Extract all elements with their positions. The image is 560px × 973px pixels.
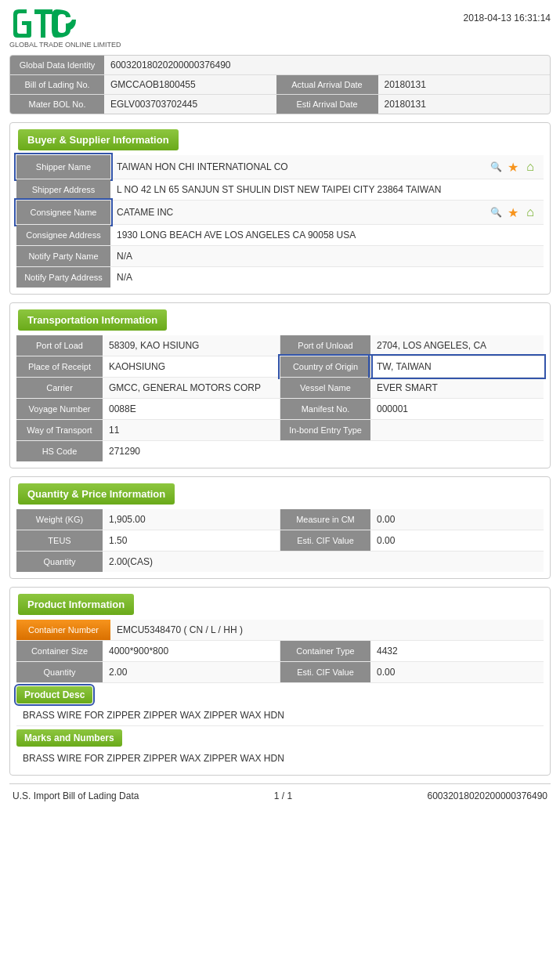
country-origin-label: Country of Origin [280,356,370,377]
inbond-col: In-bond Entry Type [280,420,544,440]
container-number-value: EMCU5348470 ( CN / L / HH ) [110,620,544,640]
prod-cif-value: 0.00 [370,662,544,682]
home-icon-2[interactable]: ⌂ [523,205,537,219]
container-number-row: Container Number EMCU5348470 ( CN / L / … [16,620,544,641]
transport-inbond-row: Way of Transport 11 In-bond Entry Type [16,420,544,441]
esti-arrival-label: Esti Arrival Date [276,95,378,114]
identity-section: Global Data Identity 6003201802020000037… [9,55,551,114]
notify-party-address-value: N/A [110,267,544,288]
logo-text: GLOBAL TRADE ONLINE LIMITED [9,41,121,49]
teus-value: 1.50 [103,530,280,551]
container-size-label: Container Size [16,641,103,661]
weight-value: 1,905.00 [103,509,280,530]
container-size-type-row: Container Size 4000*900*800 Container Ty… [16,641,544,662]
place-receipt-label: Place of Receipt [16,356,103,377]
consignee-address-value: 1930 LONG BEACH AVE LOS ANGELES CA 90058… [110,225,544,245]
port-unload-col: Port of Unload 2704, LOS ANGELES, CA [280,335,544,356]
quantity-row: Quantity 2.00(CAS) [16,552,544,572]
notify-party-address-row: Notify Party Address N/A [16,267,544,288]
footer-left: U.S. Import Bill of Lading Data [13,790,139,801]
teus-col: TEUS 1.50 [16,530,280,551]
measure-value: 0.00 [370,509,544,530]
port-load-col: Port of Load 58309, KAO HSIUNG [16,335,280,356]
way-transport-value: 11 [103,420,280,440]
product-desc-value: BRASS WIRE FOR ZIPPER ZIPPER WAX ZIPPER … [16,705,544,726]
carrier-vessel-row: Carrier GMCC, GENERAL MOTORS CORP Vessel… [16,378,544,399]
product-info-title: Product Information [18,594,134,615]
measure-label: Measure in CM [280,509,370,530]
port-load-label: Port of Load [16,335,103,356]
teus-cif-row: TEUS 1.50 Esti. CIF Value 0.00 [16,530,544,552]
way-transport-label: Way of Transport [16,420,103,440]
notify-party-name-row: Notify Party Name N/A [16,246,544,267]
quantity-label: Quantity [16,552,103,572]
quantity-price-title: Quantity & Price Information [18,483,175,505]
manifest-col: Manifest No. 000001 [280,399,544,419]
shipper-address-value: L NO 42 LN 65 SANJUN ST SHULIN DIST NEW … [110,179,544,200]
voyage-col: Voyage Number 0088E [16,399,280,419]
home-icon[interactable]: ⌂ [523,160,537,174]
star-icon[interactable]: ★ [506,160,520,174]
notify-party-address-label: Notify Party Address [16,267,110,288]
shipper-name-row: Shipper Name TAIWAN HON CHI INTERNATIONA… [16,155,544,179]
container-type-col: Container Type 4432 [280,641,544,661]
hs-code-row: HS Code 271290 [16,441,544,461]
prod-cif-col: Esti. CIF Value 0.00 [280,662,544,682]
shipper-address-label: Shipper Address [16,179,110,200]
port-unload-value: 2704, LOS ANGELES, CA [370,335,544,356]
voyage-value: 0088E [103,399,280,419]
consignee-name-icons: 🔍 ★ ⌂ [489,205,537,219]
teus-label: TEUS [16,530,103,551]
way-transport-col: Way of Transport 11 [16,420,280,440]
notify-party-name-label: Notify Party Name [16,246,110,266]
search-icon[interactable]: 🔍 [489,160,503,174]
prod-qty-cif-row: Quantity 2.00 Esti. CIF Value 0.00 [16,662,544,683]
identity-row: Global Data Identity 6003201802020000037… [10,56,550,75]
shipper-name-label: Shipper Name [16,155,110,179]
manifest-value: 000001 [370,399,544,419]
shipper-name-icons: 🔍 ★ ⌂ [489,160,537,174]
consignee-name-row: Consignee Name CATAME INC 🔍 ★ ⌂ [16,201,544,225]
inbond-label: In-bond Entry Type [280,420,370,440]
port-row: Port of Load 58309, KAO HSIUNG Port of U… [16,335,544,356]
consignee-name-value: CATAME INC 🔍 ★ ⌂ [110,201,544,224]
actual-arrival-label: Actual Arrival Date [276,75,378,94]
master-bol-row: Mater BOL No. EGLV003703702445 Esti Arri… [10,95,550,114]
transportation-section: Transportation Information Port of Load … [9,302,551,468]
consignee-address-row: Consignee Address 1930 LONG BEACH AVE LO… [16,225,544,246]
identity-value: 60032018020200000376490 [104,56,550,74]
bill-lading-value: GMCCAOB1800455 [104,75,276,94]
footer-right: 60032018020200000376490 [428,790,548,801]
receipt-origin-row: Place of Receipt KAOHSIUNG Country of Or… [16,356,544,378]
prod-qty-label: Quantity [16,662,103,682]
hs-code-value: 271290 [103,441,544,461]
footer: U.S. Import Bill of Lading Data 1 / 1 60… [9,783,551,805]
star-icon-2[interactable]: ★ [506,205,520,219]
port-unload-label: Port of Unload [280,335,370,356]
container-number-label: Container Number [16,620,110,640]
manifest-label: Manifest No. [280,399,370,419]
shipper-address-row: Shipper Address L NO 42 LN 65 SANJUN ST … [16,179,544,201]
weight-col: Weight (KG) 1,905.00 [16,509,280,530]
marks-numbers-label: Marks and Numbers [16,729,122,747]
esti-arrival-value: 20180131 [378,95,551,114]
header: GLOBAL TRADE ONLINE LIMITED 2018-04-13 1… [9,8,551,49]
vessel-value: EVER SMART [370,378,544,398]
bill-lading-label: Bill of Lading No. [10,75,104,94]
prod-qty-col: Quantity 2.00 [16,662,280,682]
place-receipt-value: KAOHSIUNG [103,356,280,377]
container-size-value: 4000*900*800 [103,641,280,661]
search-icon-2[interactable]: 🔍 [489,205,503,219]
measure-col: Measure in CM 0.00 [280,509,544,530]
marks-numbers-value: BRASS WIRE FOR ZIPPER ZIPPER WAX ZIPPER … [16,748,544,769]
prod-qty-value: 2.00 [103,662,280,682]
product-desc-label-row: Product Desc [16,683,544,705]
quantity-price-section: Quantity & Price Information Weight (KG)… [9,476,551,579]
logo-icon [9,8,80,39]
voyage-label: Voyage Number [16,399,103,419]
notify-party-name-value: N/A [110,246,544,266]
voyage-manifest-row: Voyage Number 0088E Manifest No. 000001 [16,399,544,420]
master-bol-value: EGLV003703702445 [104,95,276,114]
vessel-label: Vessel Name [280,378,370,398]
inbond-value [370,420,544,440]
